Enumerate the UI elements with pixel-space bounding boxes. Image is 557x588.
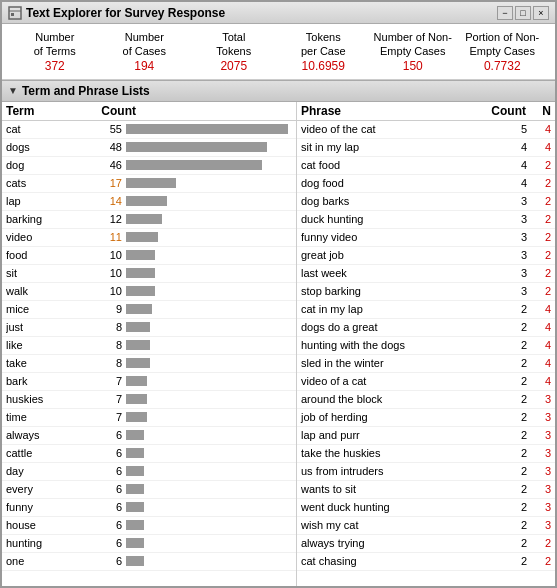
section-title: Term and Phrase Lists [22,84,150,98]
close-button[interactable]: × [533,6,549,20]
term-count: 6 [86,537,126,549]
list-item[interactable]: dog barks 3 2 [297,193,555,211]
term-count: 6 [86,483,126,495]
phrase-text: us from intruders [301,465,491,477]
table-row[interactable]: lap 14 [2,193,296,211]
table-row[interactable]: one 6 [2,553,296,571]
term-bar-cell [126,502,292,512]
phrase-n: 4 [531,339,551,351]
list-item[interactable]: great job 3 2 [297,247,555,265]
minimize-button[interactable]: − [497,6,513,20]
term-name: video [6,231,86,243]
term-name: dogs [6,141,86,153]
list-item[interactable]: video of the cat 5 4 [297,121,555,139]
main-window: Text Explorer for Survey Response − □ × … [0,0,557,588]
terms-list[interactable]: cat 55 dogs 48 dog 46 cats 17 lap 14 bar… [2,121,296,586]
table-row[interactable]: time 7 [2,409,296,427]
term-count: 6 [86,555,126,567]
list-item[interactable]: sit in my lap 4 4 [297,139,555,157]
table-row[interactable]: every 6 [2,481,296,499]
term-bar-cell [126,358,292,368]
term-name: walk [6,285,86,297]
table-row[interactable]: day 6 [2,463,296,481]
phrase-count: 3 [491,249,531,261]
phrase-text: last week [301,267,491,279]
list-item[interactable]: stop barking 3 2 [297,283,555,301]
term-bar [126,250,155,260]
table-row[interactable]: huskies 7 [2,391,296,409]
table-row[interactable]: cats 17 [2,175,296,193]
term-bar-cell [126,448,292,458]
table-row[interactable]: house 6 [2,517,296,535]
list-item[interactable]: always trying 2 2 [297,535,555,553]
term-bar [126,232,158,242]
term-count: 48 [86,141,126,153]
term-count: 7 [86,411,126,423]
term-count: 55 [86,123,126,135]
list-item[interactable]: wants to sit 2 3 [297,481,555,499]
term-count: 11 [86,231,126,243]
table-row[interactable]: food 10 [2,247,296,265]
list-item[interactable]: cat chasing 2 2 [297,553,555,571]
table-row[interactable]: like 8 [2,337,296,355]
table-row[interactable]: sit 10 [2,265,296,283]
phrase-text: dog food [301,177,491,189]
list-item[interactable]: around the block 2 3 [297,391,555,409]
table-row[interactable]: cattle 6 [2,445,296,463]
phrase-count: 2 [491,411,531,423]
list-item[interactable]: cat food 4 2 [297,157,555,175]
list-item[interactable]: dog food 4 2 [297,175,555,193]
maximize-button[interactable]: □ [515,6,531,20]
list-item[interactable]: wish my cat 2 3 [297,517,555,535]
term-name: cattle [6,447,86,459]
term-name: cat [6,123,86,135]
term-bar [126,538,144,548]
term-bar [126,520,144,530]
list-item[interactable]: video of a cat 2 4 [297,373,555,391]
list-item[interactable]: went duck hunting 2 3 [297,499,555,517]
table-row[interactable]: mice 9 [2,301,296,319]
term-name: hunting [6,537,86,549]
list-item[interactable]: dogs do a great 2 4 [297,319,555,337]
phrase-n: 2 [531,159,551,171]
phrase-n: 4 [531,141,551,153]
list-item[interactable]: hunting with the dogs 2 4 [297,337,555,355]
list-item[interactable]: funny video 3 2 [297,229,555,247]
list-item[interactable]: cat in my lap 2 4 [297,301,555,319]
term-bar-cell [126,286,292,296]
list-item[interactable]: duck hunting 3 2 [297,211,555,229]
term-count: 46 [86,159,126,171]
phrases-list[interactable]: video of the cat 5 4 sit in my lap 4 4 c… [297,121,555,586]
list-item[interactable]: us from intruders 2 3 [297,463,555,481]
list-item[interactable]: job of herding 2 3 [297,409,555,427]
term-name: funny [6,501,86,513]
table-row[interactable]: barking 12 [2,211,296,229]
term-bar [126,178,176,188]
table-row[interactable]: video 11 [2,229,296,247]
table-row[interactable]: dogs 48 [2,139,296,157]
summary-col: Portion of Non-Empty Cases0.7732 [458,30,548,73]
phrase-n: 2 [531,267,551,279]
table-row[interactable]: walk 10 [2,283,296,301]
table-row[interactable]: hunting 6 [2,535,296,553]
table-row[interactable]: take 8 [2,355,296,373]
list-item[interactable]: last week 3 2 [297,265,555,283]
summary-area: Numberof Terms372Numberof Cases194TotalT… [2,24,555,80]
table-row[interactable]: always 6 [2,427,296,445]
list-item[interactable]: take the huskies 2 3 [297,445,555,463]
table-row[interactable]: cat 55 [2,121,296,139]
table-row[interactable]: dog 46 [2,157,296,175]
table-row[interactable]: bark 7 [2,373,296,391]
term-bar-cell [126,196,292,206]
term-bar [126,142,267,152]
table-row[interactable]: just 8 [2,319,296,337]
list-item[interactable]: sled in the winter 2 4 [297,355,555,373]
term-count: 8 [86,321,126,333]
term-name: dog [6,159,86,171]
phrase-n: 4 [531,375,551,387]
collapse-icon[interactable]: ▼ [8,85,18,96]
list-item[interactable]: lap and purr 2 3 [297,427,555,445]
table-row[interactable]: funny 6 [2,499,296,517]
term-bar-cell [126,142,292,152]
term-name: like [6,339,86,351]
